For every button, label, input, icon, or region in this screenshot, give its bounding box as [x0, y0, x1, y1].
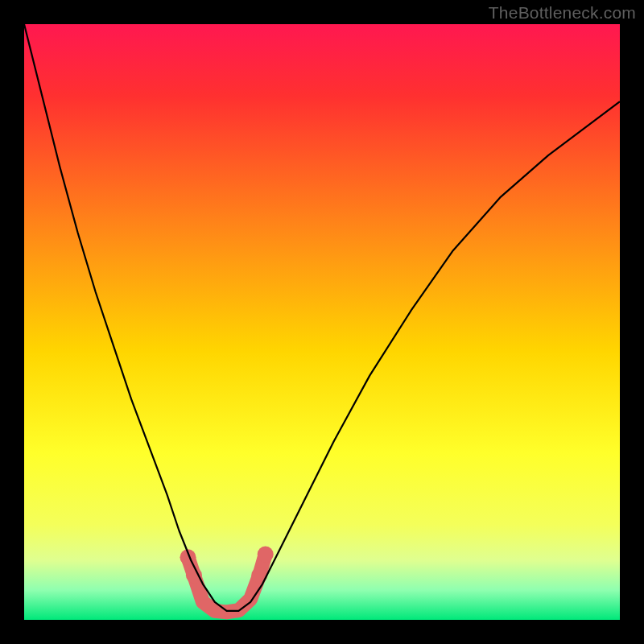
watermark-text: TheBottleneck.com [489, 3, 636, 23]
highlight-bead [186, 568, 202, 584]
gradient-background [24, 24, 620, 620]
highlight-bead [258, 547, 274, 563]
plot-area [24, 24, 620, 620]
highlight-bead [251, 568, 267, 584]
chart-svg [24, 24, 620, 620]
chart-frame: TheBottleneck.com [0, 0, 644, 644]
